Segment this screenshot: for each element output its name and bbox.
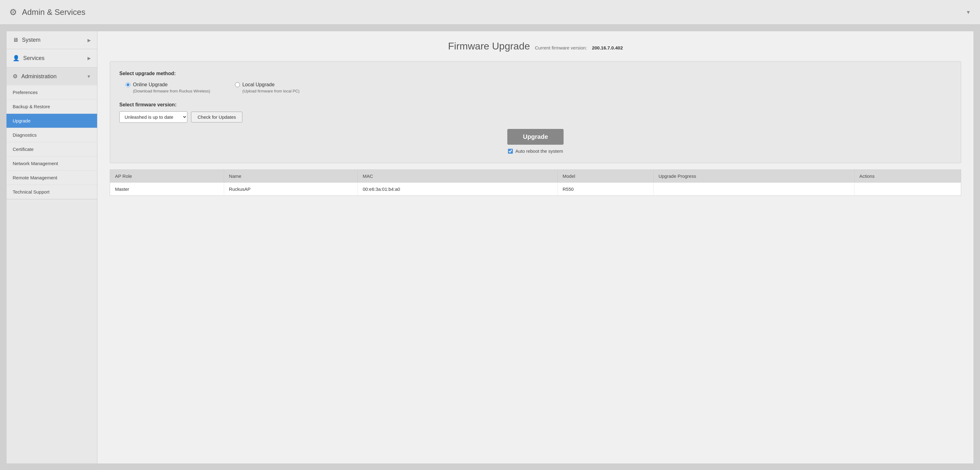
- header-dropdown-arrow[interactable]: ▼: [966, 10, 971, 15]
- auto-reboot-checkbox[interactable]: [508, 149, 513, 154]
- col-upgrade-progress: Upgrade Progress: [653, 170, 854, 183]
- col-model: Model: [557, 170, 653, 183]
- sidebar-item-administration: ⚙ Administration ▼ Preferences Backup & …: [6, 67, 97, 199]
- firmware-select-row: Unleashed is up to date Check for Update…: [119, 111, 951, 123]
- ap-table-body: Master RuckusAP 00:e6:3a:01:b4:a0 R550: [110, 183, 961, 196]
- radio-group: Online Upgrade (Download firmware from R…: [119, 82, 951, 93]
- col-actions: Actions: [854, 170, 961, 183]
- auto-reboot-row: Auto reboot the system: [508, 148, 563, 154]
- top-header: ⚙ Admin & Services ▼: [0, 0, 980, 25]
- upgrade-panel: Select upgrade method: Online Upgrade (D…: [110, 61, 961, 163]
- firmware-version-section-label: Select firmware version:: [119, 102, 951, 108]
- cell-model: R550: [557, 183, 653, 196]
- cell-mac: 00:e6:3a:01:b4:a0: [358, 183, 558, 196]
- firmware-version-value: 200.16.7.0.402: [592, 45, 623, 50]
- firmware-version-select[interactable]: Unleashed is up to date: [119, 111, 187, 123]
- cell-upgrade-progress: [653, 183, 854, 196]
- sidebar-item-technical-support[interactable]: Technical Support: [6, 185, 97, 199]
- admin-gear-icon: ⚙: [13, 73, 18, 80]
- local-upgrade-option: Local Upgrade (Upload firmware from loca…: [235, 82, 299, 93]
- administration-header[interactable]: ⚙ Administration ▼: [6, 67, 97, 85]
- firmware-upgrade-title: Firmware Upgrade: [448, 40, 530, 52]
- sidebar-item-upgrade[interactable]: Upgrade: [6, 114, 97, 128]
- header-left: ⚙ Admin & Services: [9, 7, 85, 18]
- firmware-version-label: Current firmware version:: [535, 45, 587, 50]
- monitor-icon: 🖥: [13, 37, 18, 43]
- sidebar-item-backup-restore[interactable]: Backup & Restore: [6, 100, 97, 114]
- sidebar-services-left: 👤 Services: [13, 55, 45, 62]
- cell-actions: [854, 183, 961, 196]
- ap-table-head: AP Role Name MAC Model Upgrade Progress …: [110, 170, 961, 183]
- online-upgrade-sub: (Download firmware from Ruckus Wireless): [126, 89, 210, 93]
- sidebar-item-diagnostics[interactable]: Diagnostics: [6, 128, 97, 142]
- ap-table-header-row: AP Role Name MAC Model Upgrade Progress …: [110, 170, 961, 183]
- upgrade-button[interactable]: Upgrade: [508, 129, 563, 145]
- col-ap-role: AP Role: [110, 170, 224, 183]
- cell-name: RuckusAP: [224, 183, 358, 196]
- col-mac: MAC: [358, 170, 558, 183]
- page-title-header: Admin & Services: [22, 8, 85, 17]
- check-for-updates-button[interactable]: Check for Updates: [191, 112, 242, 123]
- main-wrapper: 🖥 System ▶ 👤 Services ▶ ⚙ Administration…: [0, 25, 980, 470]
- online-upgrade-label[interactable]: Online Upgrade: [133, 82, 167, 88]
- sidebar-services-label: Services: [23, 55, 45, 62]
- local-upgrade-radio[interactable]: [235, 82, 240, 87]
- sidebar-item-preferences[interactable]: Preferences: [6, 85, 97, 100]
- services-arrow-icon: ▶: [88, 56, 91, 61]
- gear-icon: ⚙: [9, 7, 17, 18]
- admin-label: Administration: [21, 73, 57, 80]
- page-title-row: Firmware Upgrade Current firmware versio…: [110, 40, 961, 52]
- sidebar-item-services[interactable]: 👤 Services ▶: [6, 49, 97, 67]
- admin-arrow-icon: ▼: [87, 74, 91, 79]
- upgrade-btn-row: Upgrade Auto reboot the system: [119, 129, 951, 154]
- sidebar-item-system[interactable]: 🖥 System ▶: [6, 31, 97, 49]
- sidebar-item-certificate[interactable]: Certificate: [6, 142, 97, 156]
- sidebar-item-network-management[interactable]: Network Management: [6, 156, 97, 170]
- online-radio-row[interactable]: Online Upgrade: [126, 82, 167, 88]
- ap-table: AP Role Name MAC Model Upgrade Progress …: [110, 169, 961, 196]
- sidebar: 🖥 System ▶ 👤 Services ▶ ⚙ Administration…: [6, 31, 97, 464]
- content-area: Firmware Upgrade Current firmware versio…: [97, 31, 974, 464]
- col-name: Name: [224, 170, 358, 183]
- table-row: Master RuckusAP 00:e6:3a:01:b4:a0 R550: [110, 183, 961, 196]
- sidebar-item-remote-management[interactable]: Remote Management: [6, 170, 97, 185]
- auto-reboot-label[interactable]: Auto reboot the system: [515, 148, 563, 154]
- sidebar-system-label: System: [22, 37, 40, 43]
- local-radio-row[interactable]: Local Upgrade: [235, 82, 275, 88]
- cell-ap-role: Master: [110, 183, 224, 196]
- admin-sub-items: Preferences Backup & Restore Upgrade Dia…: [6, 85, 97, 199]
- local-upgrade-label[interactable]: Local Upgrade: [242, 82, 275, 88]
- services-icon: 👤: [13, 55, 19, 62]
- local-upgrade-sub: (Upload firmware from local PC): [235, 89, 299, 93]
- firmware-version-section: Select firmware version: Unleashed is up…: [119, 102, 951, 123]
- sidebar-system-left: 🖥 System: [13, 37, 40, 43]
- online-upgrade-radio[interactable]: [126, 82, 130, 87]
- admin-header-left: ⚙ Administration: [13, 73, 57, 80]
- online-upgrade-option: Online Upgrade (Download firmware from R…: [126, 82, 210, 93]
- system-arrow-icon: ▶: [88, 38, 91, 43]
- upgrade-method-label: Select upgrade method:: [119, 71, 951, 76]
